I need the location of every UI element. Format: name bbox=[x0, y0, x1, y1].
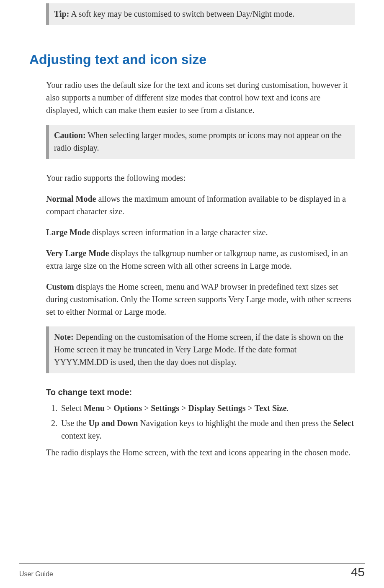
caution-callout: Caution: When selecting larger modes, so… bbox=[46, 125, 355, 159]
note-text: Depending on the customisation of the Ho… bbox=[54, 332, 343, 367]
content-indent-top: Tip: A soft key may be customised to swi… bbox=[46, 3, 355, 25]
tip-callout: Tip: A soft key may be customised to swi… bbox=[46, 3, 355, 25]
procedure-result: The radio displays the Home screen, with… bbox=[46, 446, 355, 459]
step1-s1: > bbox=[105, 403, 113, 413]
mode-normal-name: Normal Mode bbox=[46, 194, 96, 203]
page-footer: User Guide 45 bbox=[19, 562, 365, 581]
mode-large-name: Large Mode bbox=[46, 228, 90, 237]
footer-doc-title: User Guide bbox=[19, 569, 53, 579]
content-indent-body: Your radio uses the default size for the… bbox=[46, 79, 355, 459]
step1-pre: Select bbox=[61, 403, 84, 413]
step1-s4: > bbox=[246, 403, 255, 413]
step1-s3: > bbox=[179, 403, 188, 413]
note-label: Note: bbox=[54, 332, 74, 342]
procedure-title: To change text mode: bbox=[46, 386, 355, 398]
note-callout: Note: Depending on the customisation of … bbox=[46, 326, 355, 373]
step1-b2: Options bbox=[113, 403, 142, 413]
step-2: Use the Up and Down Navigation keys to h… bbox=[59, 417, 355, 442]
procedure-steps: Select Menu > Options > Settings > Displ… bbox=[46, 402, 355, 442]
mode-large-rest: displays screen information in a large c… bbox=[90, 228, 268, 237]
mode-large: Large Mode displays screen information i… bbox=[46, 226, 355, 239]
tip-label: Tip: bbox=[54, 9, 69, 18]
step2-b1: Up and Down bbox=[89, 419, 138, 428]
step1-s2: > bbox=[142, 403, 151, 413]
intro-paragraph: Your radio uses the default size for the… bbox=[46, 79, 355, 116]
step2-post: context key. bbox=[61, 431, 101, 440]
step-1: Select Menu > Options > Settings > Displ… bbox=[59, 402, 355, 414]
mode-custom-rest: displays the Home screen, menu and WAP b… bbox=[46, 282, 351, 316]
step2-pre: Use the bbox=[61, 419, 89, 428]
mode-very-large: Very Large Mode displays the talkgroup n… bbox=[46, 247, 355, 272]
step1-b1: Menu bbox=[84, 403, 105, 413]
step2-mid: Navigation keys to highlight the mode an… bbox=[138, 419, 333, 428]
step1-b4: Display Settings bbox=[188, 403, 245, 413]
modes-intro: Your radio supports the following modes: bbox=[46, 172, 355, 184]
step1-b3: Settings bbox=[151, 403, 179, 413]
footer-page-number: 45 bbox=[351, 562, 365, 581]
step1-b5: Text Size bbox=[255, 403, 286, 413]
caution-label: Caution: bbox=[54, 131, 86, 140]
step2-b2: Select bbox=[333, 419, 354, 428]
section-heading: Adjusting text and icon size bbox=[29, 49, 355, 69]
step1-post: . bbox=[286, 403, 289, 413]
caution-text: When selecting larger modes, some prompt… bbox=[54, 131, 342, 152]
tip-text: A soft key may be customised to switch b… bbox=[71, 9, 294, 18]
mode-very-large-name: Very Large Mode bbox=[46, 249, 109, 258]
mode-custom-name: Custom bbox=[46, 282, 74, 291]
mode-custom: Custom displays the Home screen, menu an… bbox=[46, 280, 355, 318]
page-content: Tip: A soft key may be customised to swi… bbox=[0, 0, 384, 459]
mode-normal: Normal Mode allows the maximum amount of… bbox=[46, 193, 355, 218]
